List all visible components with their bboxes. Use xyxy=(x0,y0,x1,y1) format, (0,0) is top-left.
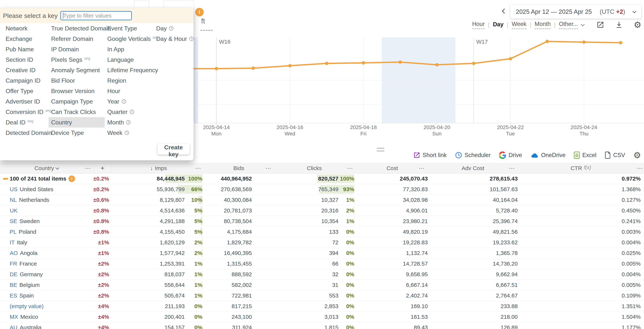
key-item-lifetime-frequency[interactable]: Lifetime Frequency xyxy=(105,65,154,75)
data-point[interactable] xyxy=(325,62,328,65)
table-row[interactable]: AOAngola±1%1,577,9422%16,490,3953940%1,1… xyxy=(0,248,644,258)
key-item-referer-domain[interactable]: Referer Domain xyxy=(48,34,105,44)
data-point[interactable] xyxy=(362,61,365,64)
column-header-country[interactable]: Country ⋯ xyxy=(0,163,93,173)
scheduler-button[interactable]: Scheduler xyxy=(455,152,491,159)
table-row[interactable]: ESSpain±2%505,6741%722,9815530%2,402.742… xyxy=(0,290,644,301)
key-item-advertiser-id[interactable]: Advertiser ID xyxy=(3,96,48,107)
key-item-campaign-id[interactable]: Campaign ID xyxy=(3,75,48,86)
key-item-year[interactable]: Year xyxy=(105,96,154,107)
column-menu-icon[interactable]: ⋯ xyxy=(419,165,424,172)
table-row-total[interactable]: 100 of 241 total itemsi±0.2%84,448,94510… xyxy=(0,174,644,184)
data-point[interactable] xyxy=(472,62,475,65)
key-item-country[interactable]: Country xyxy=(48,117,105,128)
key-item-month[interactable]: Month xyxy=(105,117,154,128)
granularity-week[interactable]: Week xyxy=(512,21,526,29)
key-item-exchange[interactable]: Exchange xyxy=(3,34,48,44)
key-item-pixels-segs[interactable]: Pixels Segsseg xyxy=(48,54,105,65)
column-menu-icon[interactable]: ⋯ xyxy=(347,165,353,172)
drive-export-button[interactable]: Drive xyxy=(499,152,522,159)
column-header-adv-cost[interactable]: Adv Cost ⋯ xyxy=(428,163,518,173)
panel-resize-handle[interactable] xyxy=(377,148,384,151)
data-point[interactable] xyxy=(252,66,255,70)
prev-period-button[interactable] xyxy=(502,8,507,15)
key-item-anomaly-segment[interactable]: Anomaly Segment xyxy=(48,65,105,75)
column-header-cost[interactable]: Cost ⋯ xyxy=(356,163,428,173)
data-point[interactable] xyxy=(619,41,622,44)
key-item-pub-name[interactable]: Pub Name xyxy=(3,44,48,54)
data-point[interactable] xyxy=(435,63,438,66)
column-header-ctr[interactable]: CTRf(x) ⋯ xyxy=(518,163,644,173)
key-item-true-detected-domain[interactable]: True Detected Domain xyxy=(48,23,105,34)
chevron-down-icon[interactable] xyxy=(581,22,585,26)
key-item-browser-version[interactable]: Browser Version xyxy=(48,86,105,96)
column-menu-icon[interactable]: ⋯ xyxy=(637,165,643,172)
key-item-week[interactable]: Week xyxy=(105,128,154,138)
table-row[interactable]: MXMexico±4%200,4010%243,1003,0130%161.53… xyxy=(0,312,644,322)
open-in-new-icon[interactable] xyxy=(596,21,604,29)
column-header-bids[interactable]: Bids ⋯ xyxy=(205,163,272,173)
column-header-imps[interactable]: ↓ Imps ⋯ xyxy=(112,163,205,173)
key-item-in-app[interactable]: In App xyxy=(105,44,154,54)
table-row[interactable]: SESweden±0.8%4,291,1885%80,738,50410,354… xyxy=(0,216,644,226)
data-point[interactable] xyxy=(215,67,218,70)
key-item-ip-domain[interactable]: IP Domain xyxy=(48,44,105,54)
key-item-region[interactable]: Region xyxy=(105,75,154,86)
table-row[interactable]: (empty value)±4%211,1930%817,2152,8530%1… xyxy=(0,301,644,312)
granularity-month[interactable]: Month xyxy=(535,21,551,29)
excel-export-button[interactable]: Excel xyxy=(574,152,596,159)
table-row[interactable]: USUnited States±0.2%55,936,79966%270,638… xyxy=(0,184,644,194)
table-row[interactable]: DEGermany±2%818,0371%888,592320%9,658.95… xyxy=(0,269,644,280)
column-menu-icon[interactable]: ⋯ xyxy=(85,165,91,172)
key-item-quarter[interactable]: Quarter xyxy=(105,107,154,117)
column-menu-icon[interactable]: ⋯ xyxy=(265,165,271,172)
onedrive-export-button[interactable]: OneDrive xyxy=(530,152,566,159)
download-icon[interactable] xyxy=(615,21,623,29)
table-row[interactable]: FRFrance±2%1,253,3911%1,315,455660%14,72… xyxy=(0,258,644,269)
table-row[interactable]: AUAustralia±4%154,1570%311,9241,8150%89.… xyxy=(0,322,644,329)
key-item-section-id[interactable]: Section ID xyxy=(3,54,48,65)
data-point[interactable] xyxy=(398,60,402,64)
table-row[interactable]: UK±0.8%4,514,6365%20,781,07320,3162%4,90… xyxy=(0,205,644,216)
data-point[interactable] xyxy=(509,57,512,60)
key-item-day-hour[interactable]: Day & Hour xyxy=(154,34,191,44)
column-header-clicks[interactable]: Clicks ⋯ xyxy=(272,163,356,173)
table-settings-gear-icon[interactable]: ⚙ xyxy=(633,151,641,160)
key-item-deal-id[interactable]: Deal IDseg xyxy=(3,117,48,128)
key-filter-input[interactable] xyxy=(60,11,132,20)
key-item-conversion-id[interactable]: Conversion IDseg xyxy=(3,107,48,117)
key-item-hour[interactable]: Hour xyxy=(105,86,154,96)
table-row[interactable]: ITItaly±1%1,620,1292%1,829,782720%19,228… xyxy=(0,237,644,248)
granularity-day[interactable]: Day xyxy=(493,21,504,29)
granularity-other[interactable]: Other... xyxy=(559,21,578,29)
key-item-network[interactable]: Network xyxy=(3,23,48,34)
key-item-creative-id[interactable]: Creative ID xyxy=(3,65,48,75)
csv-export-button[interactable]: CSV xyxy=(605,152,625,159)
key-item-offer-type[interactable]: Offer Type xyxy=(3,86,48,96)
collapse-dash-icon[interactable] xyxy=(3,178,8,180)
column-menu-icon[interactable]: ⋯ xyxy=(509,165,515,172)
data-point[interactable] xyxy=(582,40,586,44)
column-menu-icon[interactable]: ⋯ xyxy=(195,165,201,172)
key-item-day[interactable]: Day xyxy=(154,23,191,34)
key-item-bid-floor[interactable]: Bid Floor xyxy=(48,75,105,86)
chart-settings-gear-icon[interactable]: ⚙ xyxy=(634,20,642,29)
table-row[interactable]: BEBelgium±2%556,6441%582,002310%6,667.14… xyxy=(0,280,644,290)
key-item-campaign-type[interactable]: Campaign Type xyxy=(48,96,105,107)
granularity-hour[interactable]: Hour xyxy=(472,21,485,29)
key-item-event-type[interactable]: Event Type xyxy=(105,23,154,34)
key-item-detected-domain[interactable]: Detected Domain xyxy=(3,128,48,138)
data-point[interactable] xyxy=(546,40,549,43)
table-row[interactable]: PLPoland±0.8%4,155,4505%4,175,6841330%49… xyxy=(0,226,644,237)
key-item-can-track-clicks[interactable]: Can Track Clicks xyxy=(48,107,105,117)
create-key-button[interactable]: Create key xyxy=(158,144,190,154)
date-range-picker[interactable]: 2025 Apr 12 — 2025 Apr 25 (UTC +2) xyxy=(510,5,642,19)
data-point[interactable] xyxy=(288,64,292,67)
info-icon[interactable]: i xyxy=(195,8,204,16)
short-link-button[interactable]: Short link xyxy=(413,152,446,159)
key-item-google-verticals[interactable]: Google Verticalsseg xyxy=(105,34,154,44)
add-column-button[interactable]: + xyxy=(93,163,112,173)
table-row[interactable]: NLNetherlands±0.6%8,129,80710%40,300,084… xyxy=(0,194,644,205)
info-icon[interactable]: i xyxy=(68,176,75,182)
key-item-device-type[interactable]: Device Type xyxy=(48,128,105,138)
